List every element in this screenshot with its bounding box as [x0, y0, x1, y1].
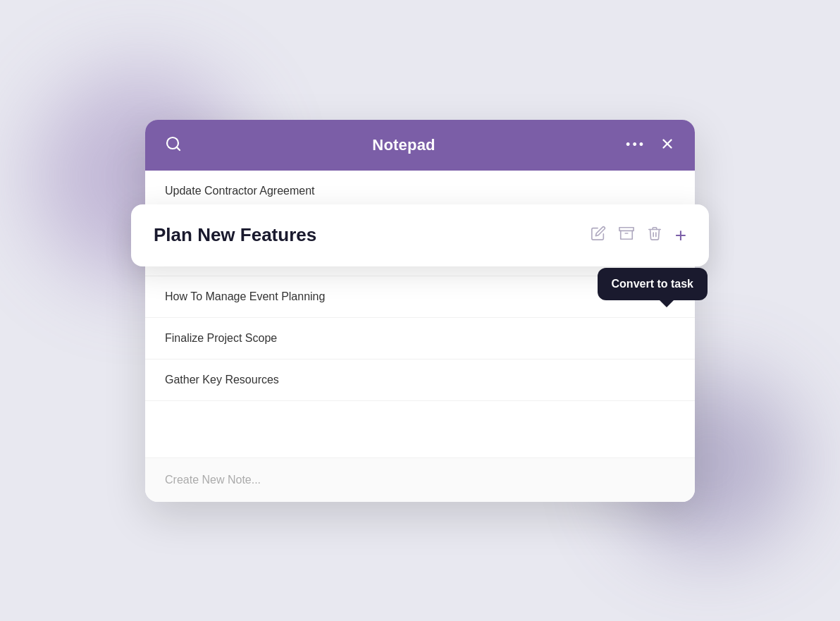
expanded-note-title: Plan New Features	[154, 224, 316, 246]
convert-to-task-tooltip: Convert to task	[598, 268, 708, 300]
note-text-1: Update Contractor Agreement	[165, 185, 315, 197]
create-note-placeholder: Create New Note...	[165, 474, 261, 486]
notepad-panel: Notepad ••• Update Contractor Agreement …	[145, 120, 695, 502]
note-text-3: How To Manage Event Planning	[165, 290, 325, 302]
expanded-note-actions: + Convert to task	[591, 224, 686, 247]
note-item-5[interactable]: Gather Key Resources	[145, 359, 695, 401]
add-icon[interactable]: + Convert to task	[675, 224, 686, 247]
notepad-title: Notepad	[372, 136, 435, 154]
expanded-note-card: Plan New Features	[131, 204, 709, 266]
notepad-header: Notepad •••	[145, 120, 695, 171]
more-options-icon[interactable]: •••	[626, 137, 646, 152]
archive-icon[interactable]	[619, 226, 634, 245]
edit-icon[interactable]	[591, 226, 606, 245]
note-footer[interactable]: Create New Note...	[145, 457, 695, 502]
svg-line-3	[177, 147, 180, 149]
note-text-5: Gather Key Resources	[165, 374, 279, 386]
delete-icon[interactable]	[647, 226, 662, 245]
svg-rect-0	[619, 227, 634, 230]
tooltip-text: Convert to task	[612, 278, 693, 290]
notepad-container: Plan New Features	[145, 120, 695, 502]
empty-space	[145, 401, 695, 457]
note-text-4: Finalize Project Scope	[165, 332, 277, 344]
note-item-4[interactable]: Finalize Project Scope	[145, 318, 695, 359]
search-icon[interactable]	[165, 135, 182, 155]
close-icon[interactable]	[660, 136, 675, 154]
